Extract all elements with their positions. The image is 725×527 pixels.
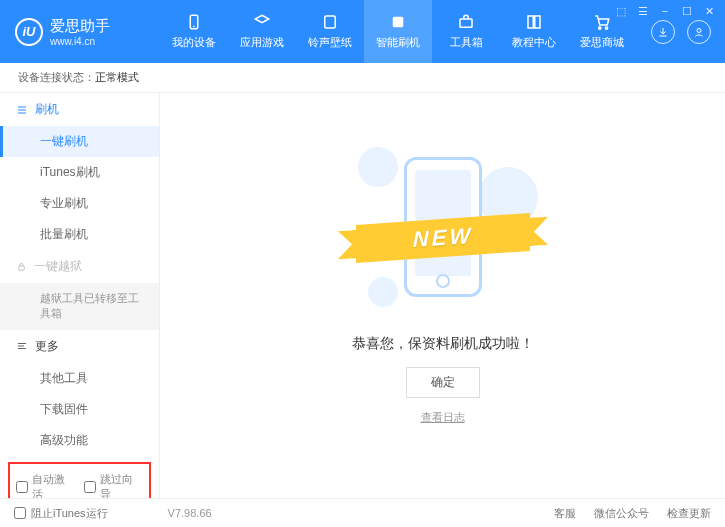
user-icon (693, 26, 705, 38)
wc-max[interactable]: ☐ (679, 5, 695, 18)
flash-icon (389, 13, 407, 31)
new-ribbon: NEW (356, 212, 530, 262)
version-label: V7.98.66 (168, 507, 212, 519)
skip-wizard-checkbox[interactable]: 跳过向导 (84, 472, 144, 498)
footer-update[interactable]: 检查更新 (667, 506, 711, 521)
wc-close[interactable]: ✕ (701, 5, 717, 18)
wc-2[interactable]: ☰ (635, 5, 651, 18)
sidebar-item-pro[interactable]: 专业刷机 (0, 188, 159, 219)
success-illustration: NEW (348, 137, 538, 317)
sidebar-item-firmware[interactable]: 下载固件 (0, 394, 159, 425)
sidebar-item-oneclick[interactable]: 一键刷机 (0, 126, 159, 157)
sidebar-item-other[interactable]: 其他工具 (0, 363, 159, 394)
success-message: 恭喜您，保资料刷机成功啦！ (352, 335, 534, 353)
list-icon (16, 104, 28, 116)
svg-point-6 (605, 27, 607, 29)
svg-point-7 (697, 28, 701, 32)
sidebar-cat-more[interactable]: 更多 (0, 330, 159, 363)
cart-icon (593, 13, 611, 31)
ringtone-icon (321, 13, 339, 31)
svg-rect-3 (393, 17, 404, 28)
user-button[interactable] (687, 20, 711, 44)
apps-icon (253, 13, 271, 31)
svg-point-5 (599, 27, 601, 29)
view-log-link[interactable]: 查看日志 (421, 410, 465, 425)
status-bar: 设备连接状态： 正常模式 (0, 63, 725, 93)
window-controls: ⬚ ☰ − ☐ ✕ (613, 5, 717, 18)
svg-rect-2 (325, 16, 336, 28)
svg-rect-11 (19, 266, 25, 270)
sidebar-cat-jailbreak: 一键越狱 (0, 250, 159, 283)
more-icon (16, 340, 28, 352)
wc-min[interactable]: − (657, 5, 673, 18)
book-icon (525, 13, 543, 31)
main-content: NEW 恭喜您，保资料刷机成功啦！ 确定 查看日志 (160, 93, 725, 498)
sidebar-item-batch[interactable]: 批量刷机 (0, 219, 159, 250)
nav-toolbox[interactable]: 工具箱 (432, 0, 500, 63)
logo-sub: www.i4.cn (50, 36, 110, 47)
sidebar-cat-flash[interactable]: 刷机 (0, 93, 159, 126)
lock-icon (16, 261, 27, 272)
logo-title: 爱思助手 (50, 17, 110, 36)
sidebar: 刷机 一键刷机 iTunes刷机 专业刷机 批量刷机 一键越狱 越狱工具已转移至… (0, 93, 160, 498)
auto-activate-checkbox[interactable]: 自动激活 (16, 472, 76, 498)
nav-flash[interactable]: 智能刷机 (364, 0, 432, 63)
nav-my-device[interactable]: 我的设备 (160, 0, 228, 63)
download-button[interactable] (651, 20, 675, 44)
footer-wechat[interactable]: 微信公众号 (594, 506, 649, 521)
phone-icon (185, 13, 203, 31)
footer: 阻止iTunes运行 V7.98.66 客服 微信公众号 检查更新 (0, 498, 725, 527)
sidebar-item-advanced[interactable]: 高级功能 (0, 425, 159, 456)
status-label: 设备连接状态： (18, 70, 95, 85)
sidebar-jb-note: 越狱工具已转移至工具箱 (0, 283, 159, 330)
nav-ringtone[interactable]: 铃声壁纸 (296, 0, 364, 63)
nav-apps[interactable]: 应用游戏 (228, 0, 296, 63)
options-box: 自动激活 跳过向导 (8, 462, 151, 498)
ok-button[interactable]: 确定 (406, 367, 480, 398)
header: ⬚ ☰ − ☐ ✕ iU 爱思助手 www.i4.cn 我的设备 应用游戏 铃声… (0, 0, 725, 63)
toolbox-icon (457, 13, 475, 31)
svg-rect-4 (460, 19, 472, 27)
status-value: 正常模式 (95, 70, 139, 85)
footer-support[interactable]: 客服 (554, 506, 576, 521)
logo-icon: iU (15, 18, 43, 46)
sidebar-item-itunes[interactable]: iTunes刷机 (0, 157, 159, 188)
logo[interactable]: iU 爱思助手 www.i4.cn (0, 17, 160, 47)
wc-1[interactable]: ⬚ (613, 5, 629, 18)
nav-tutorials[interactable]: 教程中心 (500, 0, 568, 63)
header-right (651, 20, 725, 44)
block-itunes-checkbox[interactable]: 阻止iTunes运行 (14, 506, 108, 521)
top-nav: 我的设备 应用游戏 铃声壁纸 智能刷机 工具箱 教程中心 爱思商城 (160, 0, 636, 63)
download-icon (657, 26, 669, 38)
